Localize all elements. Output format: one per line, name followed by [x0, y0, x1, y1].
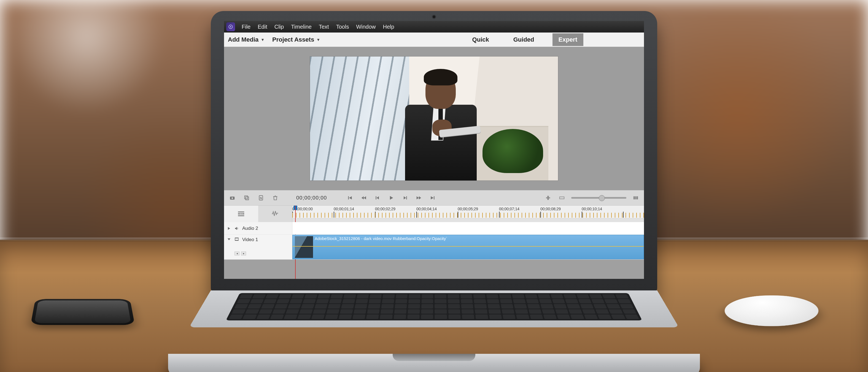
track-next-button[interactable]: ▸	[241, 252, 246, 255]
rewind-button[interactable]	[359, 193, 368, 202]
svg-marker-1	[230, 26, 232, 28]
laptop: File Edit Clip Timeline Text Tools Windo…	[211, 11, 657, 372]
track-lane-audio-2[interactable]	[292, 222, 644, 235]
ruler-tick-label: 00;00;08;29	[540, 207, 561, 211]
video-preview[interactable]	[310, 57, 558, 181]
svg-rect-5	[246, 197, 249, 200]
svg-marker-14	[390, 196, 393, 199]
menu-help[interactable]: Help	[382, 23, 395, 31]
svg-rect-28	[240, 213, 242, 215]
speaker-icon	[235, 226, 239, 230]
app-logo-icon	[226, 22, 235, 31]
play-button[interactable]	[387, 193, 396, 202]
svg-marker-15	[404, 196, 406, 199]
mode-quick[interactable]: Quick	[466, 33, 495, 46]
freeze-frame-button[interactable]	[242, 193, 251, 202]
menu-text[interactable]: Text	[318, 23, 330, 31]
ruler-labels: 00;00;00;00 00;00;01;14 00;00;02;29 00;0…	[292, 207, 644, 212]
svg-rect-8	[348, 196, 349, 199]
app-window: File Edit Clip Timeline Text Tools Windo…	[224, 21, 644, 279]
timeline-audio-mode[interactable]	[258, 206, 292, 222]
svg-rect-36	[235, 238, 238, 238]
svg-marker-34	[227, 238, 230, 240]
preview-stage	[224, 47, 644, 190]
opacity-rubberband[interactable]	[292, 246, 644, 247]
svg-rect-22	[546, 197, 550, 198]
zoom-out-button[interactable]	[557, 193, 566, 202]
svg-point-3	[231, 197, 233, 199]
track-header-audio-2[interactable]: Audio 2	[224, 222, 292, 235]
menu-tools[interactable]: Tools	[336, 23, 350, 31]
playhead[interactable]	[293, 206, 297, 222]
timeline-ruler[interactable]: 00;00;00;00 00;00;01;14 00;00;02;29 00;0…	[292, 206, 644, 222]
track-audio-2: Audio 2	[224, 222, 644, 235]
mode-expert[interactable]: Expert	[553, 33, 583, 46]
menu-edit[interactable]: Edit	[257, 23, 268, 31]
track-name: Video 1	[242, 237, 258, 243]
svg-rect-31	[238, 215, 244, 216]
track-header-video-1[interactable]: Video 1 ◂ ▸	[224, 235, 292, 259]
add-media-dropdown[interactable]: Add Media ▼	[228, 36, 265, 43]
step-back-button[interactable]	[373, 193, 382, 202]
track-nav-buttons: ◂ ▸	[227, 252, 289, 255]
zoom-slider[interactable]	[571, 197, 626, 199]
svg-marker-19	[431, 196, 434, 199]
svg-rect-20	[434, 196, 435, 199]
project-assets-dropdown[interactable]: Project Assets ▼	[272, 36, 320, 43]
preview-scene-plant	[483, 129, 543, 173]
marker-button[interactable]: N	[256, 193, 266, 202]
ruler-baseline	[292, 218, 644, 222]
mode-tabs: Quick Guided Expert	[466, 33, 644, 46]
svg-rect-27	[238, 213, 240, 215]
svg-marker-9	[349, 196, 352, 199]
svg-marker-18	[419, 196, 421, 199]
preview-scene-person	[379, 69, 465, 175]
laptop-keyboard-deck	[189, 290, 679, 328]
laptop-keyboard	[226, 293, 642, 320]
video-clip[interactable]: AdobeStock_315212806 - dark video.mov Ru…	[292, 235, 644, 259]
svg-text:N: N	[260, 196, 262, 200]
svg-rect-26	[637, 196, 638, 199]
mode-guided[interactable]: Guided	[507, 33, 540, 46]
delete-button[interactable]	[271, 193, 280, 202]
timeline-mode-switch	[224, 206, 292, 222]
svg-rect-23	[560, 197, 564, 199]
transport-bar: N 00;00;00;00	[224, 190, 644, 206]
svg-marker-32	[228, 227, 230, 230]
zoom-controls	[544, 193, 640, 202]
svg-marker-11	[364, 196, 366, 199]
caret-down-icon: ▼	[261, 37, 265, 42]
track-lane-video-1[interactable]: AdobeStock_315212806 - dark video.mov Ru…	[292, 235, 644, 259]
timecode-display[interactable]: 00;00;00;00	[296, 195, 327, 201]
svg-marker-10	[362, 196, 364, 199]
menu-timeline[interactable]: Timeline	[290, 23, 312, 31]
timeline-video-mode[interactable]	[224, 206, 258, 222]
snapshot-button[interactable]	[228, 193, 237, 202]
menu-clip[interactable]: Clip	[274, 23, 284, 31]
go-to-end-button[interactable]	[428, 193, 437, 202]
track-prev-button[interactable]: ◂	[235, 252, 240, 255]
clip-label: AdobeStock_315212806 - dark video.mov Ru…	[315, 236, 447, 241]
workspace-toolbar: Add Media ▼ Project Assets ▼ Quick Guide…	[224, 32, 644, 47]
timeline-header: 00;00;00;00 00;00;01;14 00;00;02;29 00;0…	[224, 206, 644, 222]
svg-marker-17	[416, 196, 419, 199]
laptop-base	[168, 354, 700, 372]
svg-marker-33	[235, 227, 237, 230]
svg-rect-24	[633, 196, 635, 199]
ruler-tick-label: 00;00;07;14	[499, 207, 520, 211]
ruler-tick-label: 00;00;04;14	[416, 207, 437, 211]
svg-rect-12	[376, 196, 377, 199]
expand-icon	[227, 226, 231, 230]
ruler-tick-label: 00;00;05;29	[458, 207, 478, 211]
svg-rect-4	[245, 196, 248, 199]
step-forward-button[interactable]	[401, 193, 409, 202]
go-to-start-button[interactable]	[345, 193, 354, 202]
menu-window[interactable]: Window	[355, 23, 376, 31]
zoom-in-button[interactable]	[631, 193, 640, 202]
menu-bar: File Edit Clip Timeline Text Tools Windo…	[224, 21, 644, 32]
fit-zoom-button[interactable]	[544, 193, 553, 202]
fast-forward-button[interactable]	[414, 193, 423, 202]
laptop-lid: File Edit Clip Timeline Text Tools Windo…	[211, 11, 657, 292]
smartphone-prop	[31, 299, 135, 325]
menu-file[interactable]: File	[241, 23, 251, 31]
